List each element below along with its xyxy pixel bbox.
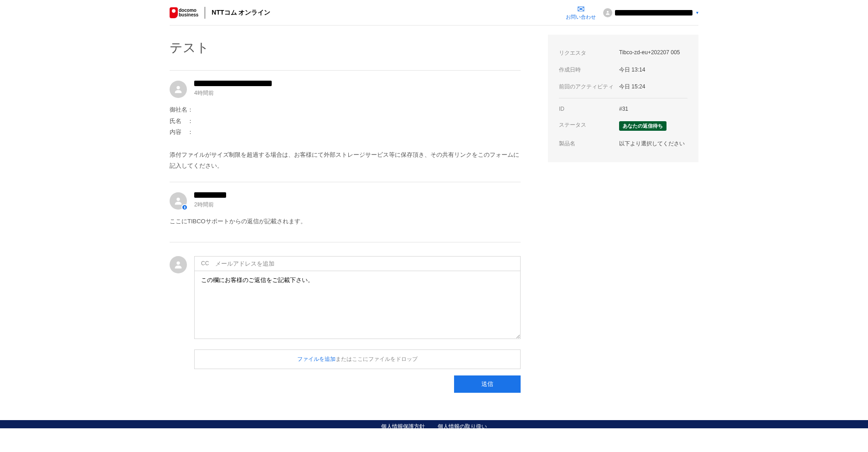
submit-button[interactable]: 送信 [454,375,521,393]
sidebar-row: ステータスあなたの返信待ち [559,117,687,135]
cc-row: CC [194,256,521,271]
sidebar-label: リクエスタ [559,49,614,57]
sidebar-label: 製品名 [559,140,614,148]
sidebar-row: リクエスタTibco-zd-eu+202207 005 [559,45,687,62]
cc-label: CC [201,260,209,267]
comment-body: 御社名：氏名 ：内容 ：添付ファイルがサイズ制限を超過する場合は、お客様にて外部… [170,104,521,172]
mail-icon: ✉ [566,5,596,14]
logo-text-business: business [179,13,198,17]
comment-avatar [170,81,187,98]
sidebar-value: 今日 15:24 [619,83,687,91]
comment-time: 2時間前 [194,201,226,209]
header-right: ✉ お問い合わせ ▾ [566,5,698,21]
svg-point-1 [176,86,180,89]
logo-divider [205,7,205,19]
footer: 個人情報保護方針 個人情報の取り扱い [0,420,868,428]
sidebar-value: Tibco-zd-eu+202207 005 [619,49,687,57]
sidebar-label: 前回のアクティビティ [559,83,614,91]
sidebar-row: 作成日時今日 13:14 [559,62,687,78]
footer-link-privacy[interactable]: 個人情報保護方針 [381,423,425,428]
user-menu[interactable]: ▾ [603,8,698,17]
sidebar-label: ステータス [559,121,614,131]
footer-link-handling[interactable]: 個人情報の取り扱い [438,423,487,428]
docomo-logo: docomo business [170,7,198,18]
user-avatar-icon [603,8,612,17]
brand-title: NTTコム オンライン [212,9,270,17]
page-title: テスト [170,39,521,56]
header: docomo business NTTコム オンライン ✉ お問い合わせ ▾ [170,0,698,26]
comment-body: ここにTIBCOサポートからの返信が記載されます。 [170,216,521,227]
file-add-link[interactable]: ファイルを追加 [297,356,336,362]
file-drop-zone[interactable]: ファイルを追加またはここにファイルをドロップ [194,349,521,369]
comment-avatar: ⬇ [170,192,187,210]
sidebar-row: 製品名以下より選択してください [559,135,687,152]
sidebar: リクエスタTibco-zd-eu+202207 005作成日時今日 13:14前… [548,35,698,162]
status-badge: あなたの返信待ち [619,121,666,131]
sidebar-value: 今日 13:14 [619,66,687,74]
reply-avatar [170,256,187,273]
comment-time: 4時間前 [194,89,272,97]
cc-input[interactable] [215,260,514,267]
sidebar-value: 以下より選択してください [619,140,687,148]
file-drop-suffix: またはここにファイルをドロップ [336,356,418,362]
sidebar-value: あなたの返信待ち [619,121,687,131]
svg-point-2 [176,198,180,201]
sidebar-label: 作成日時 [559,66,614,74]
logo-area[interactable]: docomo business NTTコム オンライン [170,7,270,19]
docomo-d-icon [170,7,178,18]
author-name-redacted [194,81,272,86]
comment-author [194,81,272,87]
chevron-down-icon: ▾ [696,10,698,15]
author-name-redacted [194,192,226,198]
sidebar-panel: リクエスタTibco-zd-eu+202207 005作成日時今日 13:14前… [548,35,698,162]
reply-textarea[interactable] [194,271,521,339]
reply-form: CC ファイルを追加またはここにファイルをドロップ 送信 [194,256,521,393]
comment: ⬇2時間前ここにTIBCOサポートからの返信が記載されます。 [170,182,521,237]
contact-label: お問い合わせ [566,14,596,21]
sidebar-row: ID#31 [559,101,687,117]
comment: 4時間前御社名：氏名 ：内容 ：添付ファイルがサイズ制限を超過する場合は、お客様… [170,70,521,182]
comment-author [194,192,226,199]
sidebar-label: ID [559,106,614,112]
agent-badge-icon: ⬇ [181,204,188,211]
reply-block: CC ファイルを追加またはここにファイルをドロップ 送信 [170,242,521,393]
sidebar-value: #31 [619,106,687,112]
user-name-redacted [615,10,692,15]
main-content: テスト 4時間前御社名：氏名 ：内容 ：添付ファイルがサイズ制限を超過する場合は… [170,35,521,393]
contact-link[interactable]: ✉ お問い合わせ [566,5,596,21]
svg-point-0 [607,11,609,13]
svg-point-3 [176,261,180,264]
sidebar-separator [559,98,687,98]
logo-text-docomo: docomo [179,8,198,13]
sidebar-row: 前回のアクティビティ今日 15:24 [559,78,687,95]
